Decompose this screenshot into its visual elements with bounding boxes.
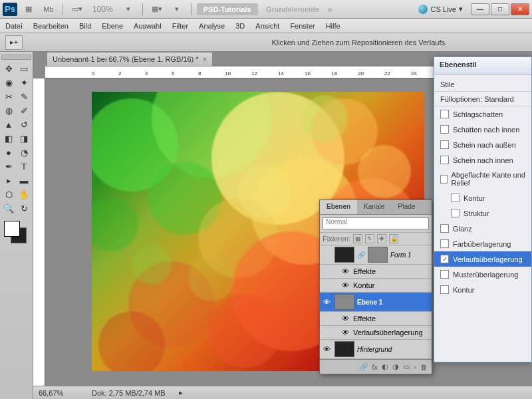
checkbox[interactable] — [440, 175, 448, 184]
gradient-tool[interactable]: ◨ — [17, 132, 31, 145]
crop-tool[interactable]: ✂ — [1, 90, 16, 103]
mask-thumb[interactable] — [368, 247, 388, 263]
arrange-icon[interactable]: ▾ — [120, 3, 137, 16]
style-struktur[interactable]: Struktur — [434, 205, 531, 221]
eraser-tool[interactable]: ◧ — [1, 132, 16, 145]
path-select-tool[interactable]: ▸ — [1, 174, 16, 187]
visibility-icon[interactable]: 👁 — [321, 344, 332, 354]
blur-tool[interactable]: ● — [1, 146, 16, 159]
layer-thumb[interactable] — [334, 247, 354, 263]
document-tab[interactable]: Unbenannt-1 bei 66,7% (Ebene 1, RGB/16) … — [47, 52, 213, 66]
hand-tool[interactable]: ✋ — [17, 188, 31, 201]
tab-ebenen[interactable]: Ebenen — [320, 200, 357, 214]
move-tool[interactable]: ✥ — [1, 62, 16, 75]
menu-hilfe[interactable]: Hilfe — [326, 22, 340, 30]
style-musterüberlagerung[interactable]: Musterüberlagerung — [434, 267, 531, 282]
zoom-tool[interactable]: 🔍 — [1, 201, 16, 215]
checkbox[interactable] — [440, 285, 449, 294]
type-tool[interactable]: T — [17, 160, 31, 173]
layer-effects-ebene1[interactable]: 👁Effekte — [320, 312, 432, 326]
workspace-psd-tutorials[interactable]: PSD-Tutorials — [197, 3, 258, 15]
close-button[interactable]: ✕ — [511, 3, 529, 15]
lock-transparency-icon[interactable]: ▦ — [353, 234, 362, 243]
layers-panel[interactable]: Ebenen Kanäle Pfade Normal Fixieren: ▦ ✎… — [319, 200, 432, 374]
layer-form1[interactable]: 🔗 Form 1 — [320, 245, 432, 265]
status-zoom[interactable]: 66,67% — [39, 389, 78, 397]
fulloptions-row[interactable]: Fülloptionen: Standard — [434, 92, 531, 106]
link-icon[interactable]: 🔗 — [359, 362, 368, 371]
lock-all-icon[interactable]: 🔒 — [389, 234, 398, 243]
layer-style-dialog[interactable]: Ebenenstil Stile Fülloptionen: Standard … — [434, 57, 532, 362]
style-verlaufsüberlagerung[interactable]: ✓Verlaufsüberlagerung — [434, 251, 531, 267]
close-tab-icon[interactable]: × — [203, 55, 207, 63]
menu-ansicht[interactable]: Ansicht — [255, 22, 279, 30]
checkbox[interactable] — [451, 209, 460, 217]
eyedropper-tool[interactable]: ✎ — [17, 90, 31, 103]
workspace-grundelemente[interactable]: Grundelemente — [266, 5, 320, 13]
layer-thumb[interactable] — [334, 294, 354, 310]
shape-tool[interactable]: ▬ — [17, 174, 31, 187]
adjustment-icon[interactable]: ◑ — [392, 362, 399, 371]
checkbox[interactable]: ✓ — [440, 255, 449, 263]
layer-verlauf[interactable]: 👁Verlaufsüberlagerung — [320, 326, 432, 340]
menu-datei[interactable]: Datei — [5, 22, 23, 30]
visibility-icon[interactable] — [321, 249, 332, 260]
zoom-level[interactable]: 100% — [92, 5, 113, 14]
lock-position-icon[interactable]: ✥ — [377, 234, 386, 243]
3d-tool[interactable]: ⬡ — [1, 188, 16, 201]
style-glanz[interactable]: Glanz — [434, 221, 531, 236]
history-brush-tool[interactable]: ↺ — [17, 118, 31, 131]
blend-mode-select[interactable]: Normal — [323, 217, 429, 229]
tab-kanaele[interactable]: Kanäle — [357, 200, 391, 214]
fg-color-swatch[interactable] — [4, 221, 20, 237]
menu-filter[interactable]: Filter — [172, 22, 188, 30]
checkbox[interactable] — [440, 140, 449, 149]
minibridge-icon[interactable]: Mb — [40, 3, 57, 16]
heal-tool[interactable]: ◍ — [1, 104, 16, 117]
checkbox[interactable] — [440, 125, 449, 134]
fx-icon[interactable]: fx — [372, 363, 378, 371]
styles-header[interactable]: Stile — [434, 77, 531, 92]
menu-fenster[interactable]: Fenster — [290, 22, 315, 30]
style-kontur[interactable]: Kontur — [434, 282, 531, 297]
layer-thumb[interactable] — [334, 341, 354, 357]
menu-3d[interactable]: 3D — [235, 22, 245, 30]
layer-ebene1[interactable]: 👁 Ebene 1 — [320, 293, 432, 312]
style-schein-nach-außen[interactable]: Schein nach außen — [434, 137, 531, 152]
menu-auswahl[interactable]: Auswahl — [134, 22, 162, 30]
checkbox[interactable] — [440, 156, 449, 164]
checkbox[interactable] — [451, 194, 460, 202]
wand-tool[interactable]: ✦ — [17, 76, 31, 89]
layer-kontur[interactable]: 👁Kontur — [320, 279, 432, 293]
style-schein-nach-innen[interactable]: Schein nach innen — [434, 152, 531, 168]
dodge-tool[interactable]: ◔ — [17, 146, 31, 159]
minimize-button[interactable]: — — [471, 3, 489, 15]
trash-icon[interactable]: 🗑 — [420, 363, 428, 371]
checkbox[interactable] — [440, 239, 449, 248]
style-schatten-nach-innen[interactable]: Schatten nach innen — [434, 122, 531, 137]
color-swatches[interactable] — [1, 221, 31, 245]
bridge-icon[interactable]: ▦ — [20, 3, 37, 16]
cs-live-button[interactable]: CS Live ▾ — [418, 5, 463, 14]
menu-bild[interactable]: Bild — [79, 22, 91, 30]
folder-icon[interactable]: ▭ — [403, 362, 410, 371]
checkbox[interactable] — [440, 224, 449, 233]
current-tool-icon[interactable]: ▸+ — [5, 35, 23, 50]
marquee-tool[interactable]: ▭ — [17, 62, 31, 75]
lock-pixels-icon[interactable]: ✎ — [365, 234, 374, 243]
menu-bearbeiten[interactable]: Bearbeiten — [33, 22, 68, 30]
checkbox[interactable] — [440, 110, 449, 118]
status-doc-size[interactable]: Dok: 2,75 MB/2,74 MB — [92, 389, 166, 397]
layer-effects-form1[interactable]: 👁Effekte — [320, 265, 432, 279]
menu-analyse[interactable]: Analyse — [199, 22, 225, 30]
stamp-tool[interactable]: ▲ — [1, 118, 16, 131]
vertical-ruler[interactable] — [33, 78, 45, 387]
extras-icon[interactable]: ▦▾ — [148, 3, 166, 16]
guides-icon[interactable]: ▾ — [168, 3, 186, 16]
mask-icon[interactable]: ◐ — [382, 362, 388, 371]
chevron-right-icon[interactable]: » — [327, 4, 332, 15]
lasso-tool[interactable]: ◉ — [1, 76, 16, 89]
toolbox-grip[interactable] — [1, 55, 31, 60]
layer-hintergrund[interactable]: 👁 Hintergrund — [320, 340, 432, 359]
status-chevron-icon[interactable]: ▸ — [179, 388, 183, 397]
